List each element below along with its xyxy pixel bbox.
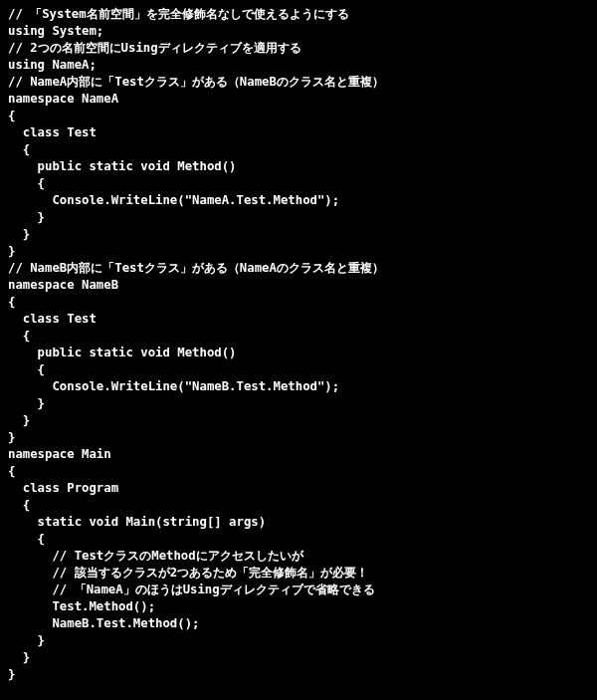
code-line: { bbox=[8, 531, 589, 548]
code-line: public static void Method() bbox=[8, 158, 589, 175]
code-line: // NameB内部に「Testクラス」がある（NameAのクラス名と重複） bbox=[8, 260, 589, 277]
code-line: namespace Main bbox=[8, 446, 589, 463]
code-line: } bbox=[8, 243, 589, 260]
code-lines: // 「System名前空間」を完全修飾名なしで使えるようにするusing Sy… bbox=[8, 6, 589, 683]
code-line: Console.WriteLine("NameA.Test.Method"); bbox=[8, 192, 589, 209]
code-line: class Test bbox=[8, 311, 589, 328]
code-line: // 2つの名前空間にUsingディレクティブを適用する bbox=[8, 40, 589, 57]
code-line: namespace NameA bbox=[8, 91, 589, 108]
code-line: Console.WriteLine("NameB.Test.Method"); bbox=[8, 378, 589, 395]
code-line: { bbox=[8, 294, 589, 311]
code-line: { bbox=[8, 175, 589, 192]
code-line: static void Main(string[] args) bbox=[8, 514, 589, 531]
code-line: public static void Method() bbox=[8, 345, 589, 361]
code-line: using NameA; bbox=[8, 57, 589, 74]
code-line: Test.Method(); bbox=[8, 598, 589, 615]
code-line: { bbox=[8, 497, 589, 514]
code-line: } bbox=[8, 632, 589, 649]
code-line: using System; bbox=[8, 23, 589, 40]
code-line: // NameA内部に「Testクラス」がある（NameBのクラス名と重複） bbox=[8, 74, 589, 91]
code-line: } bbox=[8, 209, 589, 226]
code-block: // 「System名前空間」を完全修飾名なしで使えるようにするusing Sy… bbox=[0, 0, 597, 689]
code-line: { bbox=[8, 463, 589, 480]
code-line: } bbox=[8, 226, 589, 243]
code-line: { bbox=[8, 141, 589, 158]
code-line: NameB.Test.Method(); bbox=[8, 615, 589, 632]
code-line: namespace NameB bbox=[8, 277, 589, 294]
code-line: class Program bbox=[8, 480, 589, 497]
code-line: // 「NameA」のほうはUsingディレクティブで省略できる bbox=[8, 582, 589, 598]
code-line: { bbox=[8, 328, 589, 345]
code-line: // 該当するクラスが2つあるため「完全修飾名」が必要！ bbox=[8, 565, 589, 582]
code-line: } bbox=[8, 666, 589, 683]
code-line: { bbox=[8, 361, 589, 378]
code-line: class Test bbox=[8, 124, 589, 141]
code-line: } bbox=[8, 412, 589, 429]
code-line: // 「System名前空間」を完全修飾名なしで使えるようにする bbox=[8, 6, 589, 23]
code-line: } bbox=[8, 429, 589, 446]
code-line: } bbox=[8, 649, 589, 666]
code-line: { bbox=[8, 108, 589, 124]
code-line: // TestクラスのMethodにアクセスしたいが bbox=[8, 548, 589, 565]
code-line: } bbox=[8, 395, 589, 412]
